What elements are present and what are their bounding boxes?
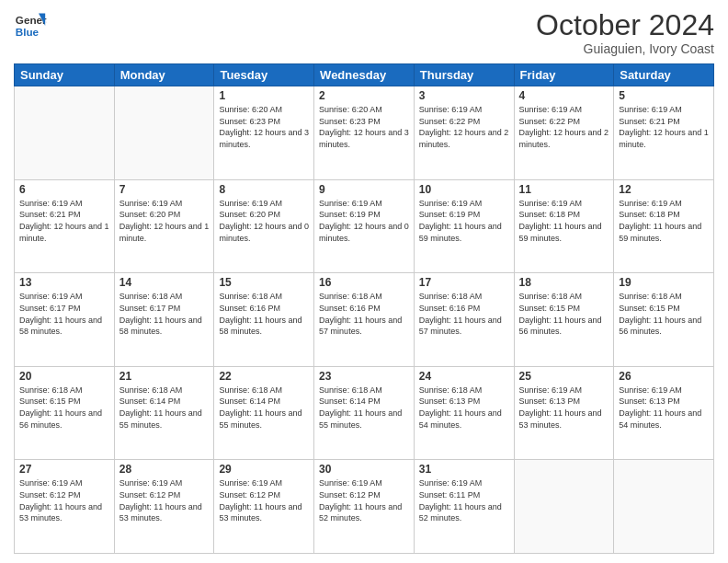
day-number: 12 (619, 183, 709, 196)
day-info: Sunrise: 6:19 AM Sunset: 6:12 PM Dayligh… (19, 477, 109, 523)
calendar-cell: 30Sunrise: 6:19 AM Sunset: 6:12 PM Dayli… (314, 460, 415, 554)
calendar-cell: 1Sunrise: 6:20 AM Sunset: 6:23 PM Daylig… (214, 86, 314, 180)
day-info: Sunrise: 6:18 AM Sunset: 6:13 PM Dayligh… (419, 385, 509, 431)
day-number: 27 (19, 463, 109, 476)
day-number: 30 (319, 463, 409, 476)
day-info: Sunrise: 6:18 AM Sunset: 6:15 PM Dayligh… (519, 291, 609, 337)
calendar-week-4: 20Sunrise: 6:18 AM Sunset: 6:15 PM Dayli… (15, 366, 714, 460)
day-info: Sunrise: 6:19 AM Sunset: 6:18 PM Dayligh… (519, 198, 609, 244)
svg-text:Blue: Blue (16, 26, 40, 38)
col-saturday: Saturday (614, 64, 714, 86)
calendar-cell: 14Sunrise: 6:18 AM Sunset: 6:17 PM Dayli… (114, 273, 214, 367)
calendar-cell: 16Sunrise: 6:18 AM Sunset: 6:16 PM Dayli… (314, 273, 415, 367)
day-info: Sunrise: 6:19 AM Sunset: 6:18 PM Dayligh… (619, 198, 709, 244)
logo-icon: General Blue (14, 9, 47, 42)
calendar-cell: 10Sunrise: 6:19 AM Sunset: 6:19 PM Dayli… (414, 179, 514, 273)
day-info: Sunrise: 6:19 AM Sunset: 6:13 PM Dayligh… (619, 385, 709, 431)
day-info: Sunrise: 6:18 AM Sunset: 6:14 PM Dayligh… (319, 385, 409, 431)
col-friday: Friday (514, 64, 614, 86)
day-info: Sunrise: 6:19 AM Sunset: 6:12 PM Dayligh… (219, 477, 309, 523)
day-info: Sunrise: 6:19 AM Sunset: 6:22 PM Dayligh… (419, 104, 509, 150)
day-number: 2 (319, 89, 409, 102)
page: General Blue October 2024 Guiaguien, Ivo… (0, 0, 728, 563)
day-info: Sunrise: 6:18 AM Sunset: 6:16 PM Dayligh… (419, 291, 509, 337)
calendar-week-1: 1Sunrise: 6:20 AM Sunset: 6:23 PM Daylig… (15, 86, 714, 180)
calendar-cell (114, 86, 214, 180)
calendar-cell: 13Sunrise: 6:19 AM Sunset: 6:17 PM Dayli… (15, 273, 115, 367)
day-info: Sunrise: 6:19 AM Sunset: 6:20 PM Dayligh… (119, 198, 210, 244)
day-info: Sunrise: 6:18 AM Sunset: 6:16 PM Dayligh… (219, 291, 309, 337)
day-number: 9 (319, 183, 409, 196)
day-info: Sunrise: 6:19 AM Sunset: 6:19 PM Dayligh… (419, 198, 509, 244)
col-tuesday: Tuesday (214, 64, 314, 86)
day-number: 13 (19, 276, 109, 289)
day-info: Sunrise: 6:19 AM Sunset: 6:17 PM Dayligh… (19, 291, 109, 337)
day-info: Sunrise: 6:19 AM Sunset: 6:21 PM Dayligh… (19, 198, 109, 244)
day-number: 25 (519, 370, 609, 383)
day-info: Sunrise: 6:19 AM Sunset: 6:12 PM Dayligh… (119, 477, 210, 523)
calendar-week-2: 6Sunrise: 6:19 AM Sunset: 6:21 PM Daylig… (15, 179, 714, 273)
day-number: 10 (419, 183, 509, 196)
day-info: Sunrise: 6:18 AM Sunset: 6:17 PM Dayligh… (119, 291, 210, 337)
calendar-cell: 15Sunrise: 6:18 AM Sunset: 6:16 PM Dayli… (214, 273, 314, 367)
calendar-cell: 7Sunrise: 6:19 AM Sunset: 6:20 PM Daylig… (114, 179, 214, 273)
calendar-cell: 26Sunrise: 6:19 AM Sunset: 6:13 PM Dayli… (614, 366, 714, 460)
calendar-cell: 21Sunrise: 6:18 AM Sunset: 6:14 PM Dayli… (114, 366, 214, 460)
day-info: Sunrise: 6:18 AM Sunset: 6:14 PM Dayligh… (219, 385, 309, 431)
calendar-cell (614, 460, 714, 554)
day-info: Sunrise: 6:20 AM Sunset: 6:23 PM Dayligh… (319, 104, 409, 150)
calendar: Sunday Monday Tuesday Wednesday Thursday… (14, 63, 714, 554)
calendar-cell: 25Sunrise: 6:19 AM Sunset: 6:13 PM Dayli… (514, 366, 614, 460)
day-info: Sunrise: 6:19 AM Sunset: 6:21 PM Dayligh… (619, 104, 709, 150)
day-number: 15 (219, 276, 309, 289)
day-info: Sunrise: 6:18 AM Sunset: 6:14 PM Dayligh… (119, 385, 210, 431)
day-number: 28 (119, 463, 210, 476)
calendar-cell (15, 86, 115, 180)
month-title: October 2024 (536, 9, 714, 41)
day-number: 1 (219, 89, 309, 102)
header: General Blue October 2024 Guiaguien, Ivo… (14, 9, 714, 56)
calendar-cell: 17Sunrise: 6:18 AM Sunset: 6:16 PM Dayli… (414, 273, 514, 367)
calendar-cell: 8Sunrise: 6:19 AM Sunset: 6:20 PM Daylig… (214, 179, 314, 273)
day-number: 4 (519, 89, 609, 102)
calendar-cell: 2Sunrise: 6:20 AM Sunset: 6:23 PM Daylig… (314, 86, 415, 180)
day-number: 24 (419, 370, 509, 383)
calendar-cell: 6Sunrise: 6:19 AM Sunset: 6:21 PM Daylig… (15, 179, 115, 273)
calendar-week-5: 27Sunrise: 6:19 AM Sunset: 6:12 PM Dayli… (15, 460, 714, 554)
day-info: Sunrise: 6:18 AM Sunset: 6:15 PM Dayligh… (619, 291, 709, 337)
col-wednesday: Wednesday (314, 64, 415, 86)
day-number: 17 (419, 276, 509, 289)
day-info: Sunrise: 6:18 AM Sunset: 6:15 PM Dayligh… (19, 385, 109, 431)
day-info: Sunrise: 6:19 AM Sunset: 6:11 PM Dayligh… (419, 477, 509, 523)
col-thursday: Thursday (414, 64, 514, 86)
title-area: October 2024 Guiaguien, Ivory Coast (536, 9, 714, 56)
calendar-cell: 5Sunrise: 6:19 AM Sunset: 6:21 PM Daylig… (614, 86, 714, 180)
day-info: Sunrise: 6:19 AM Sunset: 6:13 PM Dayligh… (519, 385, 609, 431)
col-monday: Monday (114, 64, 214, 86)
day-number: 5 (619, 89, 709, 102)
day-number: 7 (119, 183, 210, 196)
calendar-cell: 19Sunrise: 6:18 AM Sunset: 6:15 PM Dayli… (614, 273, 714, 367)
day-number: 23 (319, 370, 409, 383)
day-number: 18 (519, 276, 609, 289)
calendar-cell: 11Sunrise: 6:19 AM Sunset: 6:18 PM Dayli… (514, 179, 614, 273)
day-number: 26 (619, 370, 709, 383)
header-row: Sunday Monday Tuesday Wednesday Thursday… (15, 64, 714, 86)
day-number: 6 (19, 183, 109, 196)
logo: General Blue (14, 9, 47, 42)
calendar-cell: 18Sunrise: 6:18 AM Sunset: 6:15 PM Dayli… (514, 273, 614, 367)
calendar-cell: 29Sunrise: 6:19 AM Sunset: 6:12 PM Dayli… (214, 460, 314, 554)
day-number: 29 (219, 463, 309, 476)
calendar-cell: 22Sunrise: 6:18 AM Sunset: 6:14 PM Dayli… (214, 366, 314, 460)
day-number: 3 (419, 89, 509, 102)
day-info: Sunrise: 6:19 AM Sunset: 6:20 PM Dayligh… (219, 198, 309, 244)
day-number: 11 (519, 183, 609, 196)
day-number: 21 (119, 370, 210, 383)
calendar-cell: 23Sunrise: 6:18 AM Sunset: 6:14 PM Dayli… (314, 366, 415, 460)
calendar-cell: 20Sunrise: 6:18 AM Sunset: 6:15 PM Dayli… (15, 366, 115, 460)
day-number: 14 (119, 276, 210, 289)
calendar-cell: 27Sunrise: 6:19 AM Sunset: 6:12 PM Dayli… (15, 460, 115, 554)
calendar-cell: 24Sunrise: 6:18 AM Sunset: 6:13 PM Dayli… (414, 366, 514, 460)
day-number: 31 (419, 463, 509, 476)
col-sunday: Sunday (15, 64, 115, 86)
